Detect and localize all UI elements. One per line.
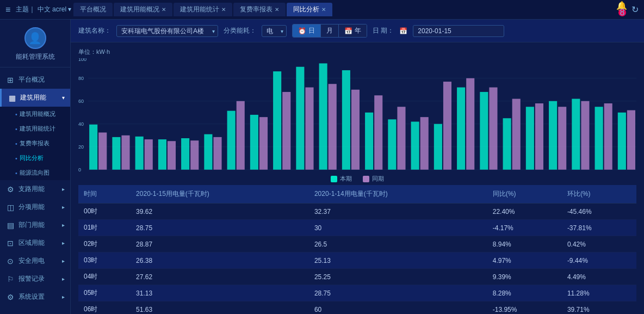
sidebar-item-yoy[interactable]: 同比分析	[0, 151, 70, 165]
category-label: 分类能耗：	[224, 26, 256, 35]
table-cell: 8.28%	[487, 285, 562, 301]
table-cell: 25.13	[309, 253, 487, 269]
svg-text:40: 40	[78, 121, 84, 127]
expand-icon: ▸	[62, 294, 65, 300]
time-period-buttons: ⏰ 日 月 📅 年	[292, 24, 367, 38]
btn-month[interactable]: 月	[321, 24, 339, 37]
sidebar-item-dept[interactable]: ▤ 部门用能 ▸	[0, 216, 70, 234]
menu-icon[interactable]: ≡	[5, 5, 10, 15]
sidebar-item-area[interactable]: ⊡ 区域用能 ▸	[0, 234, 70, 252]
area-icon: ⊡	[5, 239, 15, 248]
category-select[interactable]: 电	[262, 25, 287, 37]
table-cell: 01时	[78, 220, 131, 236]
col-yoy: 同比(%)	[487, 185, 562, 204]
clock-icon: ⏰	[298, 27, 306, 35]
table-cell: -4.17%	[487, 220, 562, 236]
building-select[interactable]: 安科瑞电气股份有限公司A楼	[116, 25, 218, 37]
table-row: 03时26.3825.134.97%-9.44%	[78, 253, 636, 269]
sidebar-item-building-overview[interactable]: 建筑用能概况	[0, 107, 70, 121]
table-cell: 11.28%	[562, 285, 636, 301]
sidebar-header: 👤 能耗管理系统	[0, 20, 70, 67]
sidebar-item-energy-flow[interactable]: 能源流向图	[0, 165, 70, 180]
table-cell: 51.63	[131, 301, 309, 315]
svg-rect-36	[374, 95, 382, 170]
table-body: 00时39.6232.3722.40%-45.46%01时28.7530-4.1…	[78, 204, 636, 315]
svg-rect-54	[581, 101, 589, 170]
table-cell: -37.81%	[562, 220, 636, 236]
notification-icon[interactable]: 🔔8	[616, 1, 627, 19]
tab-close[interactable]: ✕	[275, 7, 279, 13]
svg-rect-51	[549, 101, 557, 170]
date-input[interactable]	[413, 25, 504, 37]
sidebar-item-settings[interactable]: ⚙ 系统设置 ▸	[0, 288, 70, 306]
tab-platform[interactable]: 平台概况	[73, 3, 113, 16]
svg-rect-31	[319, 63, 327, 169]
table-cell: 28.87	[131, 236, 309, 253]
expand-icon: ▾	[62, 95, 65, 101]
svg-rect-24	[237, 101, 245, 170]
tab-building-overview[interactable]: 建筑用能概况 ✕	[114, 3, 172, 16]
svg-text:100: 100	[78, 58, 86, 62]
table-cell: 03时	[78, 253, 131, 269]
building-label: 建筑名称：	[78, 26, 111, 35]
svg-text:80: 80	[78, 76, 84, 81]
btn-year[interactable]: 📅 年	[339, 24, 367, 37]
table-cell: 60	[309, 301, 487, 315]
col-time: 时间	[78, 185, 131, 204]
tab-rate-report[interactable]: 复费率报表 ✕	[233, 3, 286, 16]
sidebar-item-category[interactable]: ◫ 分项用能 ▸	[0, 198, 70, 216]
refresh-icon[interactable]: ↻	[631, 4, 639, 15]
sidebar-item-platform[interactable]: ⊞ 平台概况	[0, 71, 70, 89]
sidebar-item-building-stats[interactable]: 建筑用能统计	[0, 121, 70, 136]
svg-text:0: 0	[78, 167, 81, 173]
table-cell: 4.49%	[562, 269, 636, 285]
chart-unit: 单位：kW·h	[78, 48, 636, 56]
svg-rect-20	[190, 140, 199, 170]
svg-rect-26	[259, 117, 268, 170]
header-right-icons: 🔔8 ↻	[616, 1, 639, 19]
settings-icon: ⚙	[5, 293, 15, 301]
legend-current: 本期	[331, 175, 352, 183]
sidebar-item-alarm[interactable]: ⚐ 报警记录 ▸	[0, 270, 70, 288]
sidebar-item-building[interactable]: ▦ 建筑用能 ▾	[0, 89, 70, 107]
svg-rect-18	[168, 141, 176, 170]
col-mom: 环比(%)	[562, 185, 636, 204]
table-row: 00时39.6232.3722.40%-45.46%	[78, 204, 636, 220]
btn-day[interactable]: ⏰ 日	[293, 24, 321, 37]
tab-close[interactable]: ✕	[321, 7, 326, 13]
svg-rect-37	[388, 119, 396, 169]
app-title: 能耗管理系统	[16, 52, 55, 61]
table-cell: 27.62	[131, 269, 309, 285]
table-cell: -13.95%	[487, 301, 562, 315]
sidebar-item-branch[interactable]: ⚙ 支路用能 ▸	[0, 180, 70, 198]
svg-rect-12	[98, 133, 107, 170]
chart-legend: 本期 同期	[78, 175, 636, 183]
tab-building-stats[interactable]: 建筑用能统计 ✕	[174, 3, 232, 16]
svg-rect-17	[158, 139, 166, 170]
table-cell: 05时	[78, 285, 131, 301]
svg-rect-33	[342, 70, 350, 170]
legend-dot-previous	[363, 176, 369, 182]
toolbar: 建筑名称： 安科瑞电气股份有限公司A楼 分类能耗： 电 ⏰ 日 月 📅 年	[71, 20, 644, 42]
table-cell: 28.75	[131, 220, 309, 236]
expand-icon: ▸	[62, 276, 65, 282]
sidebar: 👤 能耗管理系统 ⊞ 平台概况 ▦ 建筑用能 ▾ 建筑用能概况 建筑用能统计 复…	[0, 20, 71, 314]
svg-rect-34	[351, 90, 360, 170]
legend-dot-current	[331, 176, 337, 182]
svg-rect-38	[397, 107, 405, 170]
expand-icon: ▸	[62, 258, 65, 264]
expand-icon: ▸	[62, 204, 65, 210]
table-cell: 28.75	[309, 285, 487, 301]
table-cell: 39.71%	[562, 301, 636, 315]
tab-close[interactable]: ✕	[162, 7, 166, 13]
sidebar-item-rate-report[interactable]: 复费率报表	[0, 136, 70, 151]
table-cell: -9.44%	[562, 253, 636, 269]
sidebar-item-safety[interactable]: ⊙ 安全用电 ▸	[0, 252, 70, 270]
tab-close[interactable]: ✕	[221, 7, 226, 13]
svg-text:60: 60	[78, 98, 84, 104]
table-cell: 00时	[78, 204, 131, 220]
table-row: 04时27.6225.259.39%4.49%	[78, 269, 636, 285]
bar-chart: 0 20 40 60 80 100	[78, 58, 636, 173]
table-cell: 30	[309, 220, 487, 236]
tab-yoy-analysis[interactable]: 同比分析 ✕	[287, 3, 332, 16]
